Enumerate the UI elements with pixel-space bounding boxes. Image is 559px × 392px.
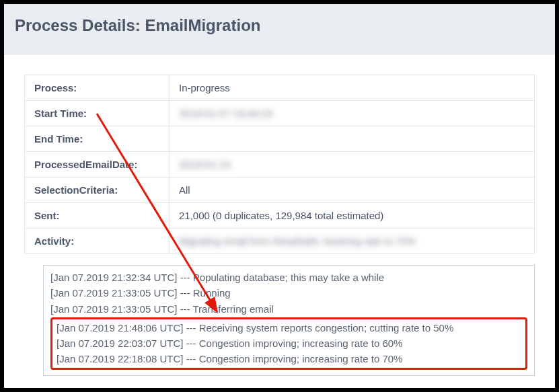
- row-processed-email-date: ProcessedEmailDate: 2019-01-19: [25, 152, 535, 178]
- value-start-time: 2019-01-07 19:44:19: [170, 101, 535, 126]
- log-line: [Jan 07.2019 22:18:08 UTC] --- Congestio…: [57, 351, 521, 366]
- row-selection-criteria: SelectionCriteria: All: [25, 178, 535, 203]
- process-details-table: Process: In-progress Start Time: 2019-01…: [24, 75, 535, 254]
- log-line: [Jan 07.2019 21:33:05 UTC] --- Transferr…: [50, 301, 527, 317]
- row-end-time: End Time:: [25, 126, 535, 152]
- log-line: [Jan 07.2019 21:33:05 UTC] --- Running: [50, 285, 527, 301]
- value-activity: Migrating email from ReadSafe; lowering …: [170, 229, 535, 254]
- page-title: Process Details: EmailMigration: [15, 16, 542, 35]
- label-end-time: End Time:: [25, 126, 170, 152]
- value-end-time: [170, 126, 535, 152]
- row-activity: Activity: Migrating email from ReadSafe;…: [25, 229, 535, 254]
- header-bar: Process Details: EmailMigration: [4, 4, 555, 54]
- label-sent: Sent:: [25, 203, 170, 229]
- label-processed-email-date: ProcessedEmailDate:: [25, 152, 170, 178]
- row-sent: Sent: 21,000 (0 duplicates, 129,984 tota…: [25, 203, 535, 229]
- row-process: Process: In-progress: [25, 75, 535, 101]
- value-sent: 21,000 (0 duplicates, 129,984 total esti…: [170, 203, 535, 229]
- log-line: [Jan 07.2019 22:03:07 UTC] --- Congestio…: [57, 336, 521, 351]
- label-selection-criteria: SelectionCriteria:: [25, 178, 170, 203]
- content-area: Process: In-progress Start Time: 2019-01…: [4, 54, 555, 261]
- activity-log: [Jan 07.2019 21:32:34 UTC] --- Populatin…: [43, 265, 535, 376]
- highlighted-log-section: [Jan 07.2019 21:48:06 UTC] --- Receiving…: [50, 317, 527, 370]
- label-process: Process:: [25, 75, 170, 101]
- value-process: In-progress: [170, 75, 535, 101]
- row-start-time: Start Time: 2019-01-07 19:44:19: [25, 101, 535, 126]
- label-start-time: Start Time:: [25, 101, 170, 126]
- label-activity: Activity:: [25, 229, 170, 254]
- log-line: [Jan 07.2019 21:32:34 UTC] --- Populatin…: [50, 270, 527, 285]
- value-selection-criteria: All: [170, 178, 535, 203]
- value-processed-email-date: 2019-01-19: [170, 152, 535, 178]
- log-line: [Jan 07.2019 21:48:06 UTC] --- Receiving…: [57, 320, 521, 336]
